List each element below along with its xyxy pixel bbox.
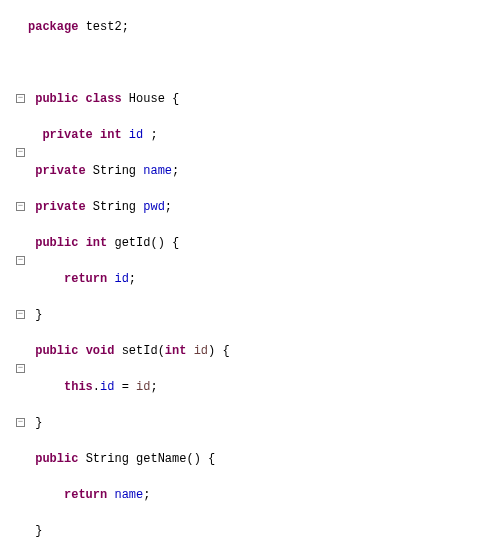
code-line[interactable]: private int id ; — [28, 126, 503, 144]
keyword: return — [64, 272, 107, 286]
code-line[interactable]: public int getId() { — [28, 234, 503, 252]
code-line[interactable]: public String getName() { — [28, 450, 503, 468]
keyword: private — [35, 200, 85, 214]
method-name: setId — [122, 344, 158, 358]
code-line[interactable]: return id; — [28, 270, 503, 288]
type: String — [93, 164, 136, 178]
fold-toggle-icon[interactable]: − — [16, 94, 25, 103]
keyword: return — [64, 488, 107, 502]
code-line[interactable]: } — [28, 414, 503, 432]
param: id — [136, 380, 150, 394]
code-line[interactable]: } — [28, 522, 503, 540]
code-area[interactable]: package test2; public class House { priv… — [26, 0, 503, 554]
type: String — [86, 452, 129, 466]
code-line[interactable] — [28, 54, 503, 72]
fold-toggle-icon[interactable]: − — [16, 418, 25, 427]
fold-toggle-icon[interactable]: − — [16, 364, 25, 373]
field: id — [100, 380, 114, 394]
fold-column: − − − − − − − — [14, 0, 26, 554]
type: int — [86, 236, 108, 250]
keyword: public — [35, 344, 78, 358]
fold-toggle-icon[interactable]: − — [16, 148, 25, 157]
class-name: House — [129, 92, 165, 106]
keyword: private — [35, 164, 85, 178]
code-line[interactable]: package test2; — [28, 18, 503, 36]
method-name: getId — [114, 236, 150, 250]
keyword: private — [42, 128, 92, 142]
field: name — [114, 488, 143, 502]
keyword: public class — [35, 92, 121, 106]
code-line[interactable]: private String pwd; — [28, 198, 503, 216]
param: id — [194, 344, 208, 358]
code-line[interactable]: private String name; — [28, 162, 503, 180]
fold-toggle-icon[interactable]: − — [16, 256, 25, 265]
keyword: public — [35, 236, 78, 250]
code-line[interactable]: public class House { — [28, 90, 503, 108]
field: id — [129, 128, 143, 142]
gutter — [0, 0, 14, 554]
type: String — [93, 200, 136, 214]
package-name: test2 — [86, 20, 122, 34]
code-line[interactable]: } — [28, 306, 503, 324]
type: void — [86, 344, 115, 358]
fold-toggle-icon[interactable]: − — [16, 310, 25, 319]
keyword: this — [64, 380, 93, 394]
keyword: package — [28, 20, 78, 34]
field: id — [114, 272, 128, 286]
fold-toggle-icon[interactable]: − — [16, 202, 25, 211]
code-line[interactable]: public void setId(int id) { — [28, 342, 503, 360]
type: int — [100, 128, 122, 142]
keyword: public — [35, 452, 78, 466]
field: pwd — [143, 200, 165, 214]
code-line[interactable]: return name; — [28, 486, 503, 504]
method-name: getName — [136, 452, 186, 466]
code-line[interactable]: this.id = id; — [28, 378, 503, 396]
field: name — [143, 164, 172, 178]
code-editor[interactable]: − − − − − − − package test2; public clas… — [0, 0, 503, 554]
